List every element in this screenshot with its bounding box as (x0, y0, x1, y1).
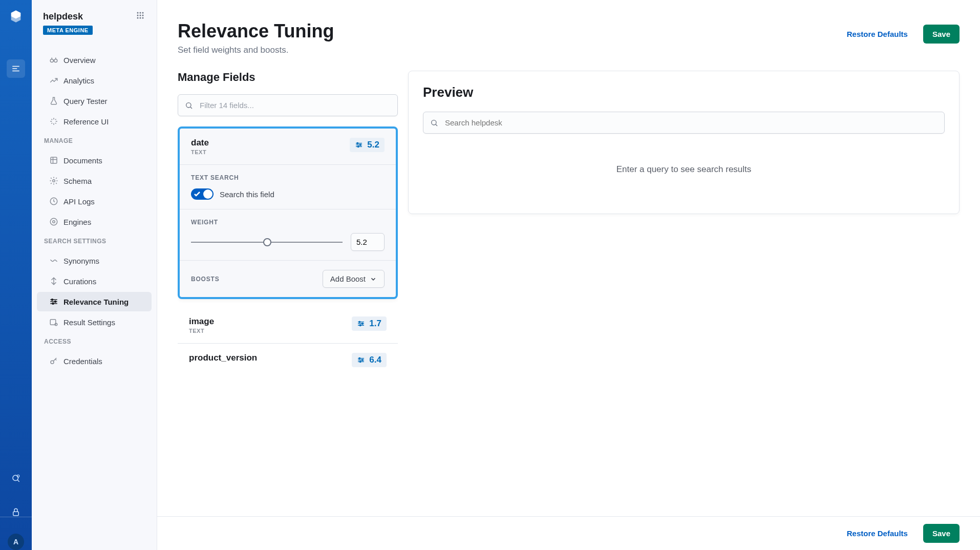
sidebar-item-overview[interactable]: Overview (37, 50, 152, 70)
rail-toggle-nav[interactable] (7, 59, 25, 78)
chevron-down-icon (370, 276, 377, 283)
sidebar-item-label: Query Tester (63, 97, 108, 105)
sidebar-item-relevance-tuning[interactable]: Relevance Tuning (37, 292, 152, 311)
sidebar-item-reference-ui[interactable]: Reference UI (37, 112, 152, 131)
restore-defaults-button-footer[interactable]: Restore Defaults (838, 524, 917, 543)
svg-point-39 (357, 142, 358, 144)
sidebar-item-schema[interactable]: Schema (37, 171, 152, 191)
field-type: TEXT (191, 149, 209, 155)
svg-point-9 (142, 12, 144, 14)
sliders-icon (49, 297, 58, 306)
toggle-label: Search this field (220, 190, 274, 199)
sidebar-item-label: Reference UI (63, 117, 109, 126)
key-icon (49, 356, 58, 366)
svg-point-13 (137, 17, 139, 19)
sidebar-item-api-logs[interactable]: API Logs (37, 192, 152, 211)
svg-point-16 (50, 59, 53, 62)
waves-icon (49, 256, 58, 265)
field-name: image (189, 316, 214, 327)
weight-slider[interactable] (191, 237, 343, 247)
svg-line-5 (17, 480, 19, 482)
weight-badge-value: 5.2 (367, 140, 379, 150)
sidebar-item-label: Analytics (63, 76, 94, 85)
preview-panel: Preview Enter a query to see search resu… (408, 71, 960, 214)
svg-point-33 (51, 361, 54, 364)
flask-icon (49, 96, 58, 105)
rail-search-icon[interactable] (7, 469, 25, 488)
svg-point-52 (362, 359, 364, 361)
documents-icon (49, 156, 58, 165)
manage-fields-title: Manage Fields (178, 71, 398, 84)
svg-point-32 (55, 323, 57, 326)
preview-search-input[interactable] (423, 112, 945, 134)
sidebar-item-query-tester[interactable]: Query Tester (37, 91, 152, 111)
clock-icon (49, 197, 58, 206)
sidebar-item-engines[interactable]: Engines (37, 212, 152, 231)
preview-hint: Enter a query to see search results (423, 164, 945, 175)
save-button[interactable]: Save (923, 25, 960, 44)
toggle-knob (203, 189, 212, 199)
sidebar-item-label: API Logs (63, 197, 95, 206)
svg-point-41 (358, 146, 359, 147)
section-label-manage: MANAGE (32, 132, 157, 150)
search-field-toggle[interactable] (191, 188, 214, 200)
weight-input[interactable] (351, 233, 385, 251)
binoculars-icon (49, 55, 58, 65)
svg-point-34 (186, 102, 191, 107)
sidebar-item-analytics[interactable]: Analytics (37, 71, 152, 90)
add-boost-label: Add Boost (330, 274, 366, 283)
field-type: TEXT (189, 328, 214, 334)
svg-point-23 (50, 218, 57, 225)
sidebar-item-label: Curations (63, 277, 96, 286)
svg-point-7 (137, 12, 139, 14)
svg-point-53 (360, 361, 361, 363)
check-icon (193, 190, 201, 198)
avatar[interactable]: A (8, 534, 24, 550)
weight-badge: 5.2 (350, 138, 385, 152)
field-row[interactable]: product_version 6.4 (178, 344, 398, 376)
svg-point-51 (359, 357, 360, 359)
gear-icon (49, 176, 58, 185)
sidebar-item-credentials[interactable]: Credentials (37, 351, 152, 371)
sidebar-item-label: Documents (63, 156, 102, 165)
sidebar-item-result-settings[interactable]: Result Settings (37, 312, 152, 332)
sidebar-item-synonyms[interactable]: Synonyms (37, 251, 152, 270)
field-card-expanded: date TEXT 5.2 TEXT SEARCH (178, 126, 398, 299)
field-card-header[interactable]: date TEXT 5.2 (180, 129, 396, 164)
sidebar-item-documents[interactable]: Documents (37, 151, 152, 170)
add-boost-button[interactable]: Add Boost (323, 270, 385, 288)
sidebar-item-label: Result Settings (63, 318, 115, 327)
weight-badge-value: 6.4 (369, 355, 381, 365)
filter-fields-input[interactable] (178, 94, 398, 116)
svg-point-10 (137, 15, 139, 16)
logo-icon (9, 9, 23, 24)
weight-badge: 1.7 (352, 316, 387, 331)
svg-point-45 (359, 321, 360, 323)
curations-icon (49, 277, 58, 286)
rail-lock-icon[interactable] (7, 503, 25, 521)
slider-thumb[interactable] (263, 238, 271, 246)
sidebar-item-label: Credentials (63, 357, 102, 366)
footer: Restore Defaults Save (157, 516, 980, 550)
search-icon (185, 101, 193, 110)
field-row[interactable]: image TEXT 1.7 (178, 307, 398, 344)
svg-point-29 (55, 301, 56, 303)
svg-point-30 (52, 303, 54, 304)
apps-icon[interactable] (136, 11, 144, 19)
sidebar-item-curations[interactable]: Curations (37, 271, 152, 291)
svg-point-24 (53, 221, 55, 223)
svg-line-35 (190, 107, 192, 108)
sidebar: helpdesk META ENGINE Overview Analytics … (32, 0, 157, 550)
svg-line-55 (436, 124, 437, 125)
engines-icon (49, 217, 58, 226)
restore-defaults-button[interactable]: Restore Defaults (838, 25, 917, 44)
svg-point-11 (140, 15, 141, 16)
sparkle-icon (49, 117, 58, 126)
save-button-footer[interactable]: Save (923, 524, 960, 543)
main: Relevance Tuning Set field weights and b… (157, 0, 980, 550)
section-label-search-settings: SEARCH SETTINGS (32, 232, 157, 250)
sidebar-item-label: Schema (63, 177, 92, 185)
preview-title: Preview (423, 84, 945, 100)
weight-badge-value: 1.7 (369, 319, 381, 329)
rail-divider (0, 517, 32, 517)
